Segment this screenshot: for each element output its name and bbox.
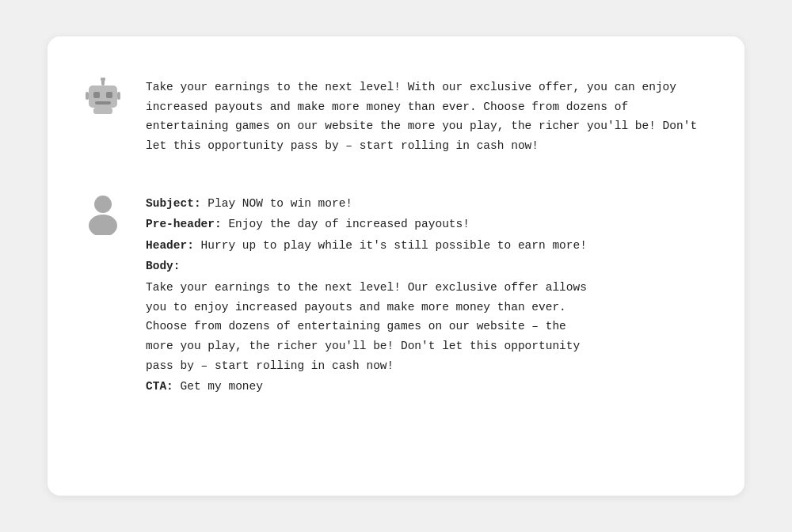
human-message: Subject: Play NOW to win more! Pre-heade…: [79, 181, 713, 406]
human-message-text: Subject: Play NOW to win more! Pre-heade…: [146, 191, 713, 397]
chat-card: Take your earnings to the next level! Wi…: [48, 36, 744, 496]
cta-label: CTA:: [146, 380, 173, 393]
svg-rect-8: [93, 108, 112, 114]
svg-point-1: [101, 78, 105, 82]
header-label: Header:: [146, 239, 194, 252]
body-label-line: Body:: [146, 256, 713, 276]
subject-value: Play NOW to win more!: [201, 197, 352, 210]
header-value: Hurry up to play while it's still possib…: [194, 239, 587, 252]
body-value: Take your earnings to the next level! Ou…: [146, 281, 587, 372]
robot-message-text: Take your earnings to the next level! Wi…: [146, 74, 713, 156]
cta-value: Get my money: [173, 380, 263, 393]
preheader-label: Pre-header:: [146, 218, 222, 230]
body-text: Take your earnings to the next level! Ou…: [146, 278, 713, 375]
robot-avatar: [79, 74, 127, 122]
svg-rect-7: [117, 92, 120, 100]
preheader-value: Enjoy the day of increased payouts!: [222, 218, 470, 230]
cta-line: CTA: Get my money: [146, 377, 713, 397]
subject-label: Subject:: [146, 197, 201, 210]
svg-rect-5: [95, 101, 111, 104]
svg-point-9: [94, 196, 112, 213]
robot-message: Take your earnings to the next level! Wi…: [79, 65, 713, 165]
body-label: Body:: [146, 260, 181, 272]
header-line: Header: Hurry up to play while it's stil…: [146, 236, 713, 256]
svg-rect-4: [106, 92, 112, 98]
svg-point-10: [89, 215, 117, 235]
preheader-line: Pre-header: Enjoy the day of increased p…: [146, 215, 713, 234]
subject-line: Subject: Play NOW to win more!: [146, 194, 713, 214]
svg-rect-3: [93, 92, 100, 98]
svg-rect-6: [86, 92, 89, 100]
human-avatar: [79, 191, 127, 238]
